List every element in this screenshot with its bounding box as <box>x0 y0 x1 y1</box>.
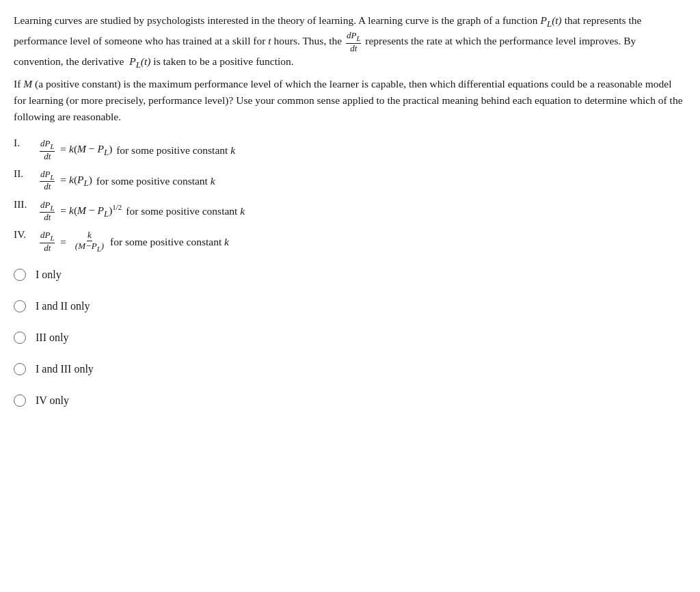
equation-I: I. dPL dt = k(M − PL) for some positive … <box>14 135 686 161</box>
radio-I-only[interactable] <box>14 269 26 281</box>
equation-IV: IV. dPL dt = k (M−PL) for some positive … <box>14 226 686 253</box>
equation-II: II. dPL dt = k(PL) for some positive con… <box>14 165 686 192</box>
question-container: Learning curves are studied by psycholog… <box>14 12 686 409</box>
option-label-IV-only: IV only <box>36 392 69 409</box>
eq-label-II: II. <box>14 165 36 181</box>
eq-label-III: III. <box>14 196 36 212</box>
answer-options: I only I and II only III only I and III … <box>14 267 686 409</box>
radio-I-and-III-only[interactable] <box>14 363 26 375</box>
option-label-I-and-III-only: I and III only <box>36 361 94 377</box>
option-I-and-III-only[interactable]: I and III only <box>14 361 686 377</box>
question-passage: Learning curves are studied by psycholog… <box>14 12 686 125</box>
derivative-fraction: dPL dt <box>346 31 361 53</box>
radio-IV-only[interactable] <box>14 394 26 407</box>
passage-line1: Learning curves are studied by psycholog… <box>14 12 686 72</box>
passage-line2: If M (a positive constant) is the maximu… <box>14 76 686 125</box>
eq-label-I: I. <box>14 135 36 150</box>
option-I-and-II-only[interactable]: I and II only <box>14 298 686 314</box>
option-label-I-only: I only <box>36 267 62 283</box>
radio-III-only[interactable] <box>14 332 26 344</box>
radio-I-and-II-only[interactable] <box>14 300 26 312</box>
option-IV-only[interactable]: IV only <box>14 392 686 409</box>
eq-label-IV: IV. <box>14 226 36 242</box>
equation-III: III. dPL dt = k(M − PL)1/2 for some posi… <box>14 196 686 223</box>
option-label-III-only: III only <box>36 329 68 346</box>
option-I-only[interactable]: I only <box>14 267 686 283</box>
option-III-only[interactable]: III only <box>14 329 686 346</box>
option-label-I-and-II-only: I and II only <box>36 298 90 314</box>
equations-block: I. dPL dt = k(M − PL) for some positive … <box>14 135 686 253</box>
